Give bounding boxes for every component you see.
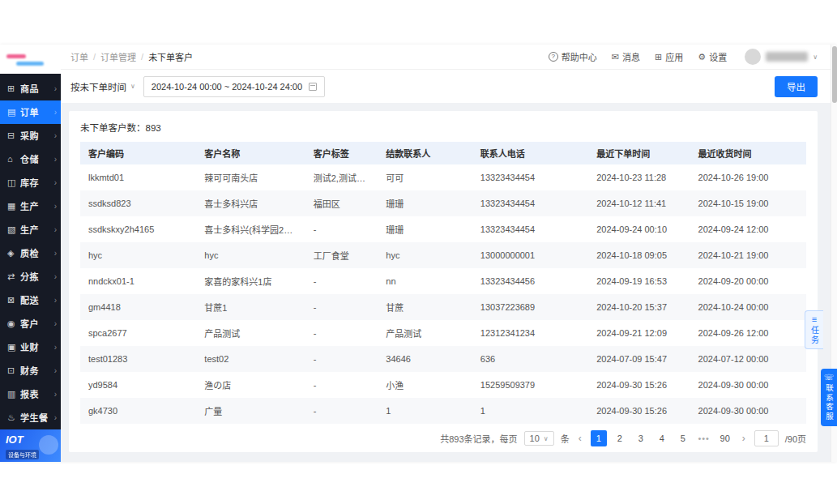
breadcrumb-item[interactable]: 订单管理 xyxy=(100,50,136,63)
sidebar-item-label: 订单 xyxy=(20,105,54,118)
table-cell: ssdkskxy2h4165 xyxy=(80,216,196,242)
sidebar-item-label: 商品 xyxy=(20,82,54,95)
sidebar-item-sorting[interactable]: ⇄分拣› xyxy=(0,265,61,288)
table-cell: ssdksd823 xyxy=(80,190,196,216)
export-button[interactable]: 导出 xyxy=(775,76,818,97)
table-cell: 2024-10-24 00:00 xyxy=(690,294,806,320)
table-cell: 13000000001 xyxy=(472,242,588,268)
sidebar-item-label: 配送 xyxy=(20,293,54,306)
table-cell: 珊珊 xyxy=(378,190,472,216)
scrollbar-thumb[interactable] xyxy=(832,46,837,103)
table-row[interactable]: spca2677产品测试-产品测试123123412342024-09-21 1… xyxy=(80,320,806,346)
page-size-select[interactable]: 10 ∨ xyxy=(524,431,554,446)
orders-icon: ▤ xyxy=(7,107,20,117)
sidebar-item-production2[interactable]: ▧生产› xyxy=(0,218,61,241)
page-button-2[interactable]: 2 xyxy=(612,430,628,446)
table-cell: 13323434454 xyxy=(472,216,588,242)
table-cell: 测试2,测试3,测试4... xyxy=(305,164,378,190)
sidebar-item-warehouse[interactable]: ⌂仓储› xyxy=(0,147,61,171)
chevron-right-icon: › xyxy=(54,225,57,234)
filter-type-select[interactable]: 按未下单时间 ∨ xyxy=(70,80,135,93)
table-row[interactable]: lkkmtd01辣可可南头店测试2,测试3,测试4...可可1332343445… xyxy=(80,164,806,190)
next-page-button[interactable]: › xyxy=(740,433,748,444)
customers-icon: ◉ xyxy=(7,318,20,329)
sidebar-item-finance[interactable]: ⊡财务› xyxy=(0,359,61,382)
table-cell: 小渔 xyxy=(378,372,472,398)
table-row[interactable]: gm4418甘蔗1-甘蔗130372236892024-10-20 15:372… xyxy=(80,294,806,320)
page-button-90[interactable]: 90 xyxy=(717,430,733,446)
sidebar-item-label: 分拣 xyxy=(20,270,54,283)
sidebar-item-student-meal[interactable]: ♨学生餐› xyxy=(0,406,61,429)
prev-page-button[interactable]: ‹ xyxy=(576,433,584,444)
table-cell: 可可 xyxy=(378,164,472,190)
table-row[interactable]: ssdksd823喜士多科兴店福田区珊珊133234344542024-10-1… xyxy=(80,190,806,216)
contact-service-floating-button[interactable]: ☏ 联系客服 xyxy=(821,369,837,426)
sidebar-item-biz-finance[interactable]: ▣业财› xyxy=(0,335,61,359)
table-cell: 渔の店 xyxy=(196,372,305,398)
breadcrumb-item: 未下单客户 xyxy=(148,50,193,63)
table-cell: 34646 xyxy=(378,346,472,372)
delivery-icon: ⊠ xyxy=(7,295,20,305)
table-cell: gm4418 xyxy=(80,294,196,320)
sidebar-item-customers[interactable]: ◉客户› xyxy=(0,312,61,335)
table-row[interactable]: yd9584渔の店-小渔152595093792024-09-30 15:262… xyxy=(80,372,806,398)
page-jump-input[interactable]: 1 xyxy=(754,430,779,446)
logo-mark xyxy=(16,62,44,66)
topbar-action-message[interactable]: ✉消息 xyxy=(612,50,640,63)
user-menu[interactable]: ∨ xyxy=(745,49,818,65)
table-row[interactable]: hychyc工厂食堂hyc130000000012024-10-18 09:05… xyxy=(80,242,806,268)
sidebar-item-products[interactable]: ⊞商品› xyxy=(0,77,61,100)
apps-icon: ⊞ xyxy=(655,52,662,62)
table-cell: 2024-10-21 19:00 xyxy=(690,242,806,268)
table-cell: 2024-09-20 00:00 xyxy=(690,268,806,294)
sidebar-item-quality[interactable]: ◈质检› xyxy=(0,241,61,265)
sidebar-item-production1[interactable]: ▦生产› xyxy=(0,194,61,218)
page-button-5[interactable]: 5 xyxy=(675,430,691,446)
tasks-floating-button[interactable]: ≡ 任务 xyxy=(805,310,823,349)
table-row[interactable]: gk4730广量-112024-09-30 15:262024-09-30 00… xyxy=(80,398,806,424)
column-header: 结款联系人 xyxy=(378,142,472,164)
table-cell: test01283 xyxy=(80,346,196,372)
chevron-right-icon: › xyxy=(54,202,57,211)
table-cell: 广量 xyxy=(196,398,305,424)
chevron-right-icon: › xyxy=(54,272,57,281)
customer-count-label: 未下单客户数： xyxy=(80,123,146,133)
app-window: ⊞商品›▤订单›⊟采购›⌂仓储›◫库存›▦生产›▧生产›◈质检›⇄分拣›⊠配送›… xyxy=(0,45,837,462)
table-row[interactable]: nndckx01-1家喜的家科兴1店-nn133234344562024-09-… xyxy=(80,268,806,294)
topbar-action-gear[interactable]: ⚙设置 xyxy=(698,50,727,63)
sidebar-item-orders[interactable]: ▤订单› xyxy=(0,100,61,124)
sidebar-item-inventory[interactable]: ◫库存› xyxy=(0,171,61,194)
sidebar-item-reports[interactable]: ▥报表› xyxy=(0,382,61,406)
table-cell: 2024-10-15 19:00 xyxy=(690,190,806,216)
logo-mark xyxy=(6,54,26,58)
table-cell: 2024-09-24 12:00 xyxy=(690,216,806,242)
page-size-value: 10 xyxy=(530,434,540,443)
topbar-action-label: 应用 xyxy=(665,50,683,63)
iot-badge: IOT 设备与环境 xyxy=(0,429,61,462)
table-cell: 甘蔗 xyxy=(378,294,472,320)
table-cell: yd9584 xyxy=(80,372,196,398)
table-row[interactable]: test01283test02-346466362024-07-09 15:47… xyxy=(80,346,806,372)
tasks-label: 任务 xyxy=(809,326,821,345)
chevron-right-icon: › xyxy=(54,413,57,422)
page-button-4[interactable]: 4 xyxy=(654,430,670,446)
table-row[interactable]: ssdkskxy2h4165喜士多科兴(科学园2号1...-珊珊13323434… xyxy=(80,216,806,242)
pagination: 共893条记录，每页 10 ∨ 条 ‹ 12345•••90 › 1 /90页 xyxy=(80,430,806,446)
sidebar-item-label: 库存 xyxy=(20,176,54,189)
sidebar-item-delivery[interactable]: ⊠配送› xyxy=(0,288,61,312)
page-button-1[interactable]: 1 xyxy=(591,430,607,446)
column-header: 最近下单时间 xyxy=(588,142,690,164)
breadcrumb-item[interactable]: 订单 xyxy=(70,50,88,63)
biz-finance-icon: ▣ xyxy=(7,342,20,352)
topbar-action-help[interactable]: ?帮助中心 xyxy=(549,50,597,63)
table-cell: 12312341234 xyxy=(472,320,588,346)
date-range-input[interactable]: 2024-10-24 00:00 ~ 2024-10-24 24:00 xyxy=(143,76,325,97)
sidebar-item-purchase[interactable]: ⊟采购› xyxy=(0,124,61,147)
table-cell: 2024-10-26 19:00 xyxy=(690,164,806,190)
table-cell: hyc xyxy=(378,242,472,268)
help-icon: ? xyxy=(549,52,558,62)
page-button-3[interactable]: 3 xyxy=(633,430,649,446)
table-cell: - xyxy=(305,216,378,242)
chevron-right-icon: › xyxy=(54,178,57,187)
topbar-action-apps[interactable]: ⊞应用 xyxy=(655,50,683,63)
